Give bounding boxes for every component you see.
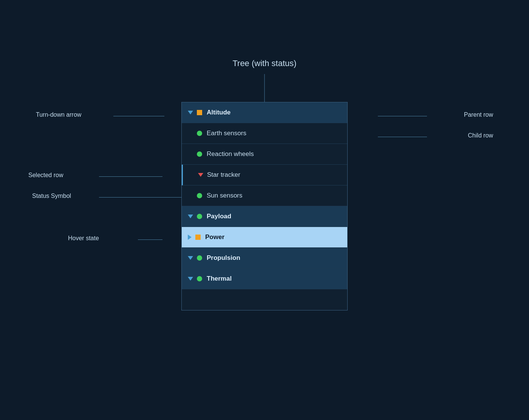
arrow-down-icon — [188, 215, 193, 218]
title-connector-line — [264, 74, 265, 102]
row-label-reaction-wheels: Reaction wheels — [207, 150, 254, 158]
annotation-turn-down-arrow: Turn-down arrow — [36, 111, 81, 118]
row-label-earth-sensors: Earth sensors — [207, 130, 246, 137]
status-dot-green-icon — [197, 276, 202, 281]
tree-row-propulsion[interactable]: Propulsion — [182, 248, 347, 269]
annotation-child-line — [378, 137, 427, 137]
row-label-power: Power — [205, 233, 224, 241]
row-label-sun-sensors: Sun sensors — [207, 192, 243, 199]
status-dot-green-icon — [197, 214, 202, 219]
page-title: Tree (with status) — [232, 59, 296, 68]
annotation-turn-down-line — [113, 116, 164, 116]
tree-row-reaction-wheels[interactable]: Reaction wheels — [182, 144, 347, 165]
annotation-hover-state: Hover state — [68, 235, 99, 242]
tree-row-payload[interactable]: Payload — [182, 206, 347, 227]
tree-row-altitude[interactable]: Altitude — [182, 102, 347, 123]
diagram-container: Tree (with status) Altitude Earth sensor… — [0, 0, 529, 420]
annotation-hover-line — [138, 239, 162, 240]
tree-row-star-tracker[interactable]: Star tracker — [182, 165, 347, 185]
arrow-down-red-icon — [198, 173, 203, 177]
annotation-parent-line — [378, 116, 427, 116]
row-label-thermal: Thermal — [207, 275, 232, 283]
status-dot-green-icon — [197, 255, 202, 261]
arrow-right-icon — [188, 235, 192, 240]
status-dot-green-icon — [197, 151, 202, 157]
status-square-icon — [197, 110, 202, 115]
arrow-down-icon — [188, 277, 193, 281]
annotation-parent-row: Parent row — [464, 111, 493, 118]
arrow-down-icon — [188, 256, 193, 260]
tree-row-power[interactable]: Power — [182, 227, 347, 248]
annotation-child-row: Child row — [468, 132, 493, 139]
status-dot-green-icon — [197, 193, 202, 198]
annotation-status-line — [99, 197, 181, 198]
tree-row-earth-sensors[interactable]: Earth sensors — [182, 123, 347, 144]
tree-row-thermal[interactable]: Thermal — [182, 269, 347, 289]
tree-panel: Altitude Earth sensors Reaction wheels S… — [181, 102, 348, 310]
row-label-payload: Payload — [207, 213, 231, 220]
annotation-selected-row: Selected row — [28, 172, 63, 179]
arrow-down-icon — [188, 111, 193, 114]
tree-row-sun-sensors[interactable]: Sun sensors — [182, 185, 347, 206]
row-label-star-tracker: Star tracker — [207, 171, 240, 179]
tree-row-empty — [182, 289, 347, 310]
annotation-status-symbol: Status Symbol — [32, 193, 71, 199]
status-dot-green-icon — [197, 131, 202, 136]
row-label-altitude: Altitude — [207, 109, 230, 116]
status-square-icon — [195, 235, 201, 240]
annotation-selected-line — [99, 176, 162, 177]
row-label-propulsion: Propulsion — [207, 254, 240, 262]
